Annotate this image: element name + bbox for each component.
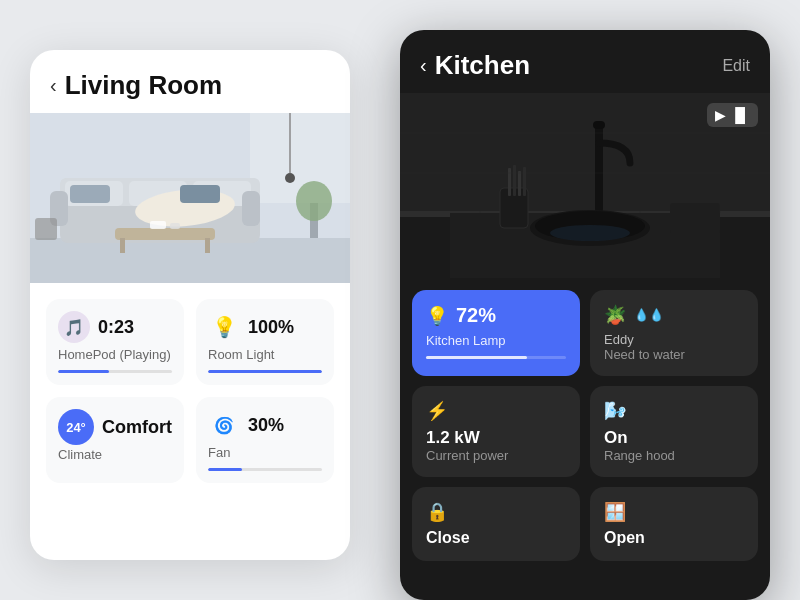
kitchen-image: ▶ ▐▌ [400, 93, 770, 278]
kitchen-devices: 💡 72% Kitchen Lamp 🪴 💧💧 Eddy Need to wat… [400, 278, 770, 573]
homepod-card[interactable]: 🎵 0:23 HomePod (Playing) [46, 299, 184, 385]
hood-value: On [604, 428, 744, 448]
svg-rect-21 [180, 185, 220, 203]
homepod-bar-fill [58, 370, 109, 373]
window-value: Open [604, 529, 744, 547]
hood-card[interactable]: 🌬️ On Range hood [590, 386, 758, 477]
svg-rect-14 [120, 238, 125, 253]
svg-point-4 [285, 173, 295, 183]
power-icon: ⚡ [426, 400, 448, 422]
svg-rect-17 [170, 223, 180, 229]
hood-icon: 🌬️ [604, 400, 626, 422]
hood-name: Range hood [604, 448, 744, 463]
living-room-title: Living Room [65, 70, 222, 101]
kitchen-lamp-card[interactable]: 💡 72% Kitchen Lamp [412, 290, 580, 376]
plant-icon: 🪴 [604, 304, 626, 326]
room-light-bar-fill [208, 370, 322, 373]
lamp-progress-bar [426, 356, 566, 359]
cards-container: ‹ Living Room [20, 20, 780, 580]
device-row-2: 24° Comfort Climate 🌀 30% Fan [46, 397, 334, 483]
living-room-header: ‹ Living Room [30, 50, 350, 113]
plant-name: Eddy [604, 332, 744, 347]
svg-rect-15 [205, 238, 210, 253]
living-room-back-button[interactable]: ‹ [50, 74, 57, 97]
room-light-name: Room Light [208, 347, 322, 362]
kitchen-title: Kitchen [435, 50, 530, 81]
svg-rect-13 [115, 228, 215, 240]
svg-rect-37 [670, 203, 720, 233]
living-room-card: ‹ Living Room [30, 50, 350, 560]
kitchen-back-button[interactable]: ‹ [420, 54, 427, 77]
climate-label: Comfort [102, 417, 172, 438]
kitchen-card: ‹ Kitchen Edit [400, 30, 770, 600]
bulb-icon: 💡 [426, 305, 448, 327]
climate-sub: Climate [58, 447, 172, 462]
homepod-icon: 🎵 [58, 311, 90, 343]
lock-value: Close [426, 529, 566, 547]
lamp-value: 72% [456, 304, 496, 327]
temp-bubble: 24° [58, 409, 94, 445]
plant-card[interactable]: 🪴 💧💧 Eddy Need to water [590, 290, 758, 376]
device-grid: 🎵 0:23 HomePod (Playing) 💡 100% Room Lig… [30, 283, 350, 483]
living-room-image [30, 113, 350, 283]
svg-rect-34 [513, 165, 516, 196]
svg-rect-12 [242, 191, 260, 226]
lamp-name: Kitchen Lamp [426, 333, 566, 348]
water-drops: 💧💧 [634, 308, 664, 322]
fan-bar-fill [208, 468, 242, 471]
svg-rect-16 [150, 221, 166, 229]
svg-rect-35 [518, 171, 521, 196]
lock-icon: 🔒 [426, 501, 448, 523]
fan-card[interactable]: 🌀 30% Fan [196, 397, 334, 483]
lock-card[interactable]: 🔒 Close [412, 487, 580, 561]
window-icon: 🪟 [604, 501, 626, 523]
svg-rect-1 [30, 238, 350, 283]
fan-icon: 🌀 [208, 409, 240, 441]
room-light-card[interactable]: 💡 100% Room Light [196, 299, 334, 385]
power-value: 1.2 kW [426, 428, 566, 448]
svg-rect-28 [593, 121, 605, 129]
svg-rect-27 [595, 123, 603, 213]
power-card[interactable]: ⚡ 1.2 kW Current power [412, 386, 580, 477]
lamp-bar-fill [426, 356, 527, 359]
fan-value: 30% [248, 415, 284, 436]
svg-point-19 [296, 181, 332, 221]
homepod-value: 0:23 [98, 317, 134, 338]
kitchen-header: ‹ Kitchen Edit [400, 30, 770, 93]
svg-point-31 [550, 225, 630, 241]
window-card[interactable]: 🪟 Open [590, 487, 758, 561]
svg-rect-36 [523, 167, 526, 196]
room-light-value: 100% [248, 317, 294, 338]
climate-card[interactable]: 24° Comfort Climate [46, 397, 184, 483]
homepod-bar [58, 370, 172, 373]
device-row-1: 🎵 0:23 HomePod (Playing) 💡 100% Room Lig… [46, 299, 334, 385]
fan-bar [208, 468, 322, 471]
svg-rect-22 [35, 218, 57, 240]
homepod-name: HomePod (Playing) [58, 347, 172, 362]
kitchen-header-left: ‹ Kitchen [420, 50, 530, 81]
svg-rect-33 [508, 168, 511, 196]
video-camera-icon[interactable]: ▶ ▐▌ [707, 103, 758, 127]
plant-status: Need to water [604, 347, 744, 362]
svg-rect-20 [70, 185, 110, 203]
power-name: Current power [426, 448, 566, 463]
lamp-icon: 💡 [208, 311, 240, 343]
room-light-bar [208, 370, 322, 373]
kitchen-edit-button[interactable]: Edit [722, 57, 750, 75]
fan-name: Fan [208, 445, 322, 460]
